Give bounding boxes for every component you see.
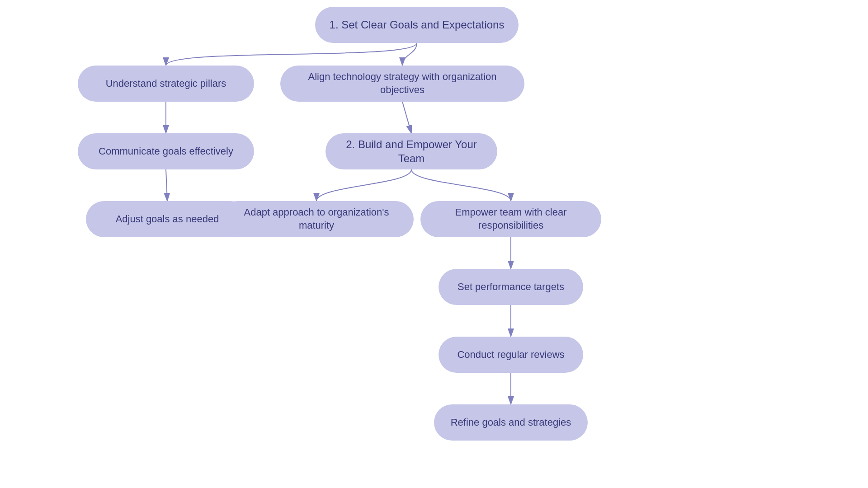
node-reviews: Conduct regular reviews	[439, 337, 583, 373]
diagram-container: 1. Set Clear Goals and Expectations Unde…	[0, 0, 868, 488]
node-empower: Empower team with clear responsibilities	[420, 201, 601, 237]
node-adapt: Adapt approach to organization's maturit…	[219, 201, 414, 237]
node-performance: Set performance targets	[439, 269, 583, 305]
node-align: Align technology strategy with organizat…	[280, 66, 524, 102]
node-root: 1. Set Clear Goals and Expectations	[315, 7, 519, 43]
node-communicate: Communicate goals effectively	[78, 133, 254, 169]
node-refine: Refine goals and strategies	[434, 404, 588, 441]
node-build: 2. Build and Empower Your Team	[326, 133, 497, 169]
node-understand: Understand strategic pillars	[78, 66, 254, 102]
